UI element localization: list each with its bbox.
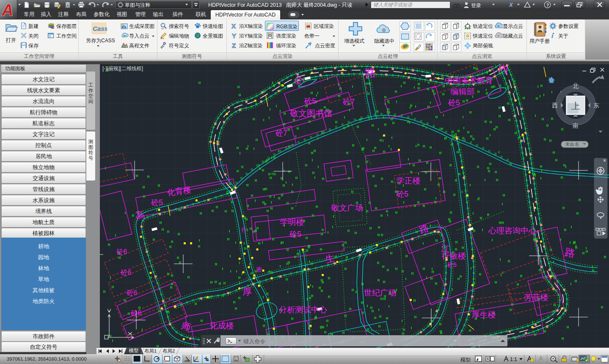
svg-text:X: X [231, 22, 236, 29]
svg-text:厚: 厚 [242, 286, 252, 297]
svg-text:学明楼: 学明楼 [280, 218, 304, 227]
svg-text:路: 路 [364, 66, 377, 79]
svg-text:砼6: 砼6 [121, 269, 132, 276]
svg-text:北: 北 [573, 82, 579, 89]
svg-text:砼5: 砼5 [397, 190, 408, 198]
svg-text:上: 上 [571, 101, 580, 111]
svg-text:砼6: 砼6 [116, 248, 127, 255]
svg-text:1:1: 1:1 [510, 356, 517, 362]
svg-text:内: 内 [497, 64, 509, 75]
svg-text:化成楼: 化成楼 [210, 321, 234, 330]
svg-text:东: 东 [593, 102, 599, 109]
svg-text:Z: Z [232, 42, 236, 49]
svg-text:南: 南 [573, 122, 579, 129]
svg-text:砼6: 砼6 [127, 289, 138, 296]
svg-text:[-][俯视][二维线框]: [-][俯视][二维线框] [102, 66, 143, 71]
svg-text:砼7: 砼7 [276, 129, 287, 137]
svg-text:心理咨询中心: 心理咨询中心 [488, 226, 537, 235]
svg-text:砼5: 砼5 [289, 230, 301, 238]
svg-text:未命名: 未命名 [565, 142, 579, 147]
svg-text:行: 行 [241, 227, 247, 233]
svg-text:厚生楼: 厚生楼 [472, 310, 496, 319]
svg-text:A: A [1, 1, 13, 19]
svg-text:敬文广场: 敬文广场 [331, 203, 363, 212]
svg-text:分析测试中心: 分析测试中心 [279, 305, 327, 314]
svg-text:芳菲楼: 芳菲楼 [524, 293, 548, 302]
svg-text:砼7: 砼7 [343, 98, 355, 106]
svg-text:Cass: Cass [93, 25, 107, 32]
svg-text:江: 江 [441, 244, 450, 254]
svg-text:中国美术教育: 中国美术教育 [445, 76, 493, 85]
svg-text:密: 密 [256, 266, 262, 273]
svg-text:砼5: 砼5 [447, 261, 457, 268]
svg-text:编辑部: 编辑部 [451, 87, 475, 96]
svg-text:世纪广场: 世纪广场 [364, 288, 396, 297]
svg-text:西: 西 [552, 102, 558, 109]
svg-text:?: ? [546, 3, 549, 8]
svg-text:Y: Y [232, 32, 236, 39]
svg-text:敬文图书馆: 敬文图书馆 [290, 109, 332, 118]
svg-text:砼5: 砼5 [151, 198, 163, 207]
svg-text:砼5: 砼5 [304, 97, 316, 105]
svg-text:砼5: 砼5 [448, 99, 460, 107]
svg-text:学正楼: 学正楼 [397, 176, 421, 185]
